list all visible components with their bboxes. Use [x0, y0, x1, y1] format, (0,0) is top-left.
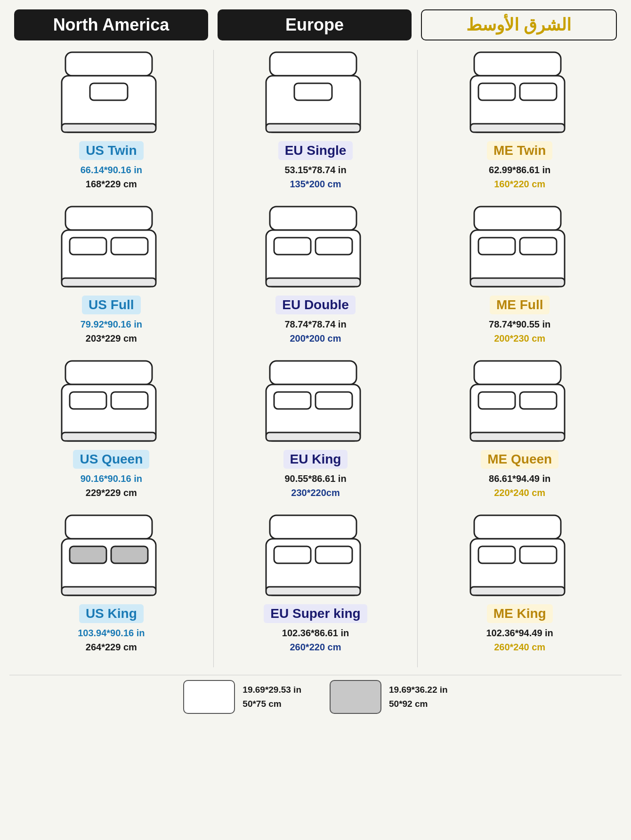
bed-name-0: ME Twin — [487, 141, 552, 160]
bed-dims-1: 78.74*78.74 in200*200 cm — [284, 317, 346, 345]
svg-rect-56 — [520, 546, 557, 563]
bed-in-2: 86.61*94.49 in — [489, 472, 550, 486]
svg-rect-50 — [478, 392, 515, 409]
svg-rect-52 — [470, 432, 565, 441]
svg-rect-33 — [270, 515, 356, 539]
bed-in-0: 53.15*78.74 in — [284, 163, 346, 177]
svg-rect-57 — [470, 587, 565, 595]
bed-cm-2: 220*240 cm — [489, 486, 550, 500]
legend-pillow-white — [183, 680, 235, 714]
svg-rect-46 — [520, 238, 557, 255]
svg-rect-3 — [62, 124, 156, 132]
bed-in-0: 66.14*90.16 in — [81, 163, 142, 177]
bed-illustration-1 — [57, 204, 165, 294]
bed-in-1: 78.74*90.55 in — [489, 317, 550, 331]
svg-rect-6 — [70, 238, 106, 255]
svg-rect-45 — [478, 238, 515, 255]
bed-card-1: EU Double78.74*78.74 in200*200 cm — [218, 204, 414, 345]
svg-rect-23 — [270, 207, 356, 230]
bed-cm-1: 200*200 cm — [284, 331, 346, 345]
legend-pillow-grey — [330, 680, 381, 714]
bed-cm-0: 168*229 cm — [81, 177, 142, 191]
bed-name-1: EU Double — [275, 296, 356, 314]
bed-illustration-2 — [261, 359, 370, 448]
svg-rect-51 — [520, 392, 557, 409]
svg-rect-0 — [65, 52, 152, 76]
bed-card-2: EU King90.55*86.61 in230*220cm — [218, 359, 414, 500]
svg-rect-21 — [294, 83, 332, 100]
bed-name-1: ME Full — [490, 296, 550, 314]
column-eu: EU Single53.15*78.74 in135*200 cm EU Dou… — [214, 50, 418, 667]
svg-rect-7 — [111, 238, 148, 255]
bed-card-0: EU Single53.15*78.74 in135*200 cm — [218, 50, 414, 191]
svg-rect-22 — [266, 124, 360, 132]
svg-rect-40 — [478, 83, 515, 100]
bed-dims-3: 102.36*86.61 in260*220 cm — [282, 626, 349, 654]
bed-card-0: US Twin66.14*90.16 in168*229 cm — [13, 50, 210, 191]
svg-rect-19 — [270, 52, 356, 76]
bed-dims-3: 102.36*94.49 in260*240 cm — [486, 626, 553, 654]
bed-name-2: EU King — [283, 450, 348, 469]
bed-dims-0: 62.99*86.61 in160*220 cm — [489, 163, 550, 191]
svg-rect-31 — [316, 392, 352, 409]
bed-cm-3: 260*240 cm — [486, 640, 553, 654]
bed-dims-2: 90.55*86.61 in230*220cm — [284, 472, 346, 500]
legend-item-grey: 19.69*36.22 in 50*92 cm — [330, 680, 448, 714]
bed-dims-0: 53.15*78.74 in135*200 cm — [284, 163, 346, 191]
bed-in-0: 62.99*86.61 in — [489, 163, 550, 177]
svg-rect-53 — [474, 515, 561, 539]
bed-card-0: ME Twin62.99*86.61 in160*220 cm — [421, 50, 618, 191]
bed-illustration-0 — [261, 50, 370, 139]
bed-cm-2: 229*229 cm — [81, 486, 142, 500]
svg-rect-36 — [316, 546, 352, 563]
bed-illustration-2 — [57, 359, 165, 448]
svg-rect-2 — [90, 83, 128, 100]
legend-row: 19.69*29.53 in 50*75 cm 19.69*36.22 in 5… — [9, 675, 622, 714]
bed-cm-1: 200*230 cm — [489, 331, 550, 345]
svg-rect-37 — [266, 587, 360, 595]
bed-name-3: US King — [79, 604, 144, 623]
bed-in-2: 90.55*86.61 in — [284, 472, 346, 486]
svg-rect-17 — [111, 546, 148, 563]
legend-white-text: 19.69*29.53 in 50*75 cm — [243, 683, 301, 712]
main-grid: US Twin66.14*90.16 in168*229 cm US Full7… — [9, 50, 622, 667]
header-na-text: North America — [53, 15, 170, 35]
bed-in-1: 79.92*90.16 in — [81, 317, 142, 331]
bed-card-3: ME King102.36*94.49 in260*240 cm — [421, 513, 618, 654]
bed-name-1: US Full — [82, 296, 140, 314]
svg-rect-11 — [70, 392, 106, 409]
bed-cm-1: 203*229 cm — [81, 331, 142, 345]
header-eu-text: Europe — [285, 15, 344, 35]
svg-rect-30 — [274, 392, 311, 409]
svg-rect-38 — [474, 52, 561, 76]
header-na: North America — [14, 9, 208, 40]
bed-card-3: US King103.94*90.16 in264*229 cm — [13, 513, 210, 654]
header-me-text: الشرق الأوسط — [466, 15, 571, 35]
legend-grey-text: 19.69*36.22 in 50*92 cm — [389, 683, 448, 712]
bed-dims-1: 79.92*90.16 in203*229 cm — [81, 317, 142, 345]
svg-rect-55 — [478, 546, 515, 563]
bed-name-2: US Queen — [73, 450, 149, 469]
bed-name-2: ME Queen — [481, 450, 558, 469]
bed-illustration-3 — [57, 513, 165, 602]
page: North America Europe الشرق الأوسط US Twi… — [0, 0, 631, 840]
bed-card-1: US Full79.92*90.16 in203*229 cm — [13, 204, 210, 345]
svg-rect-25 — [274, 238, 311, 255]
column-na: US Twin66.14*90.16 in168*229 cm US Full7… — [9, 50, 214, 667]
svg-rect-41 — [520, 83, 557, 100]
bed-illustration-0 — [57, 50, 165, 139]
bed-illustration-1 — [261, 204, 370, 294]
svg-rect-27 — [266, 278, 360, 287]
bed-cm-3: 260*220 cm — [282, 640, 349, 654]
svg-rect-18 — [62, 587, 156, 595]
bed-dims-2: 86.61*94.49 in220*240 cm — [489, 472, 550, 500]
bed-name-0: EU Single — [278, 141, 353, 160]
bed-cm-2: 230*220cm — [284, 486, 346, 500]
bed-in-3: 102.36*94.49 in — [486, 626, 553, 640]
column-me: ME Twin62.99*86.61 in160*220 cm ME Full7… — [418, 50, 622, 667]
svg-rect-16 — [70, 546, 106, 563]
header-row: North America Europe الشرق الأوسط — [9, 9, 622, 40]
bed-cm-0: 135*200 cm — [284, 177, 346, 191]
bed-dims-0: 66.14*90.16 in168*229 cm — [81, 163, 142, 191]
svg-rect-9 — [65, 361, 152, 384]
